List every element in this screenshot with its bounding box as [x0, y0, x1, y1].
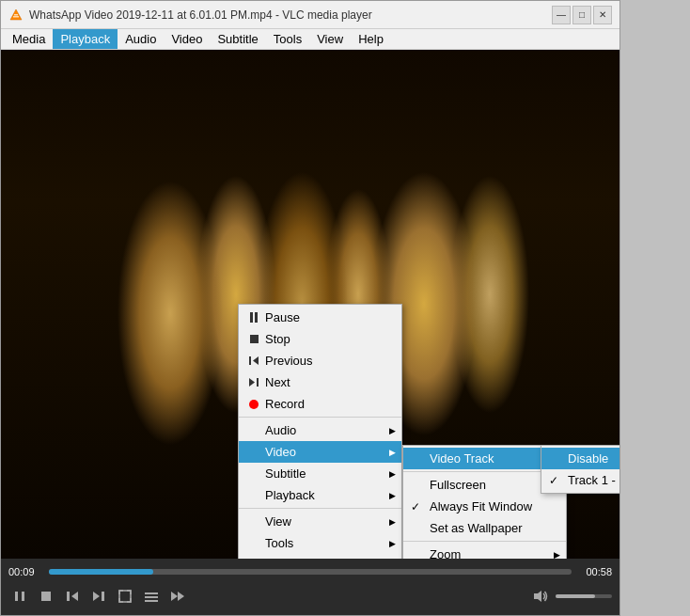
ctx-audio[interactable]: Audio — [239, 419, 401, 441]
ctx-subtitle[interactable]: Subtitle — [239, 463, 401, 484]
svg-marker-20 — [178, 592, 184, 601]
svg-rect-2 — [14, 14, 18, 16]
volume-icon[interactable] — [529, 585, 552, 608]
menu-view[interactable]: View — [309, 29, 351, 49]
ctx-playback[interactable]: Playback — [239, 484, 401, 506]
frame-advance-button[interactable] — [166, 585, 189, 608]
record-icon — [246, 397, 261, 412]
next-icon — [246, 375, 261, 390]
previous-icon — [246, 354, 261, 369]
ctx-video[interactable]: Video — [239, 441, 401, 463]
svg-rect-15 — [119, 591, 131, 602]
stop-button[interactable] — [35, 585, 57, 608]
ctx-view[interactable]: View — [239, 511, 401, 532]
vlc-window: WhatsApp Video 2019-12-11 at 6.01.01 PM.… — [0, 0, 620, 616]
ctx-zoom[interactable]: Zoom — [403, 544, 566, 559]
titlebar: WhatsApp Video 2019-12-11 at 6.01.01 PM.… — [1, 1, 619, 29]
svg-marker-4 — [253, 356, 259, 365]
svg-rect-17 — [145, 596, 158, 598]
svg-rect-1 — [13, 16, 19, 18]
svg-marker-21 — [534, 591, 541, 602]
ctx-track-1[interactable]: Track 1 - [English] — [541, 469, 619, 491]
ctx-pause[interactable]: Pause — [239, 307, 401, 328]
stop-icon — [246, 332, 261, 347]
menu-tools[interactable]: Tools — [266, 29, 309, 49]
close-button[interactable]: ✕ — [593, 6, 612, 24]
vlc-icon — [8, 8, 24, 23]
ctx-next[interactable]: Next — [239, 371, 401, 393]
window-controls: — □ ✕ — [552, 6, 612, 24]
svg-rect-3 — [250, 335, 259, 343]
svg-marker-13 — [93, 592, 100, 601]
ctx-record[interactable]: Record — [239, 393, 401, 415]
menu-playback[interactable]: Playback — [53, 29, 118, 49]
ctx-always-fit[interactable]: Always Fit Window — [403, 496, 566, 517]
menu-media[interactable]: Media — [5, 29, 53, 49]
extended-button[interactable] — [140, 585, 163, 608]
menu-video[interactable]: Video — [164, 29, 210, 49]
svg-rect-9 — [22, 592, 24, 601]
window-title: WhatsApp Video 2019-12-11 at 6.01.01 PM.… — [29, 8, 552, 22]
menubar: Media Playback Audio Video Subtitle Tool… — [1, 29, 619, 50]
video-sep-2 — [403, 541, 566, 542]
minimize-button[interactable]: — — [552, 6, 571, 24]
playback-controls — [8, 585, 612, 608]
svg-rect-7 — [257, 378, 259, 387]
svg-marker-19 — [171, 592, 178, 601]
progress-bar[interactable] — [49, 569, 572, 575]
ctx-previous[interactable]: Previous — [239, 350, 401, 371]
play-pause-button[interactable] — [8, 585, 31, 608]
progress-area: 00:09 00:58 — [8, 562, 612, 581]
maximize-button[interactable]: □ — [572, 6, 591, 24]
svg-rect-18 — [145, 600, 158, 602]
menu-audio[interactable]: Audio — [118, 29, 164, 49]
ctx-track-disable[interactable]: Disable — [541, 448, 619, 469]
ctx-stop[interactable]: Stop — [239, 328, 401, 350]
context-menu-main: Pause Stop Previous Next — [238, 304, 402, 559]
svg-rect-12 — [67, 592, 70, 601]
controls-bar: 00:09 00:58 — [1, 559, 619, 615]
svg-marker-6 — [249, 378, 255, 387]
ctx-tools[interactable]: Tools — [239, 532, 401, 554]
video-area[interactable]: Pause Stop Previous Next — [1, 50, 619, 559]
next-button[interactable] — [87, 585, 110, 608]
svg-rect-10 — [41, 592, 51, 601]
context-menu-track: Disable Track 1 - [English] — [541, 445, 619, 494]
fullscreen-button[interactable] — [114, 585, 136, 608]
svg-marker-11 — [71, 592, 78, 601]
menu-subtitle[interactable]: Subtitle — [210, 29, 265, 49]
menu-help[interactable]: Help — [351, 29, 391, 49]
pause-icon — [246, 310, 261, 325]
separator-1 — [239, 417, 401, 418]
progress-fill — [49, 569, 153, 575]
ctx-wallpaper[interactable]: Set as Wallpaper — [403, 517, 566, 539]
time-elapsed: 00:09 — [8, 566, 41, 577]
time-remaining: 00:58 — [579, 566, 612, 577]
svg-rect-14 — [102, 592, 104, 601]
separator-2 — [239, 508, 401, 509]
volume-slider[interactable] — [556, 594, 612, 598]
svg-rect-16 — [145, 592, 158, 594]
ctx-playlist[interactable]: Playlist — [239, 554, 401, 559]
volume-fill — [556, 594, 595, 598]
svg-rect-8 — [15, 592, 18, 601]
prev-button[interactable] — [61, 585, 84, 608]
svg-rect-5 — [249, 356, 251, 365]
